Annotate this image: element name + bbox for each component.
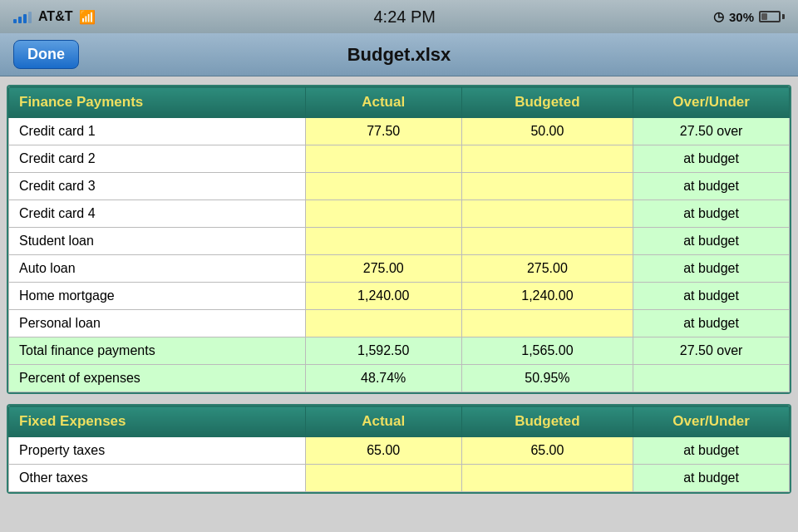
finance-row-over: at budget xyxy=(633,310,790,337)
finance-percent-row: Percent of expenses 48.74% 50.95% xyxy=(9,365,790,392)
finance-row-actual xyxy=(305,173,461,200)
finance-row-over: at budget xyxy=(633,283,790,310)
fixed-data-row: Other taxes at budget xyxy=(9,465,790,492)
fixed-header-row: Fixed Expenses Actual Budgeted Over/Unde… xyxy=(9,406,790,437)
fixed-table-wrapper: Fixed Expenses Actual Budgeted Over/Unde… xyxy=(8,406,790,492)
fixed-table-body: Property taxes 65.00 65.00 at budget Oth… xyxy=(9,437,790,492)
battery-indicator xyxy=(759,11,785,22)
fixed-row-actual: 65.00 xyxy=(305,437,461,465)
finance-row-over: 27.50 over xyxy=(633,118,790,145)
nav-title: Budget.xlsx xyxy=(347,44,451,66)
finance-row-name: Student loan xyxy=(9,228,306,255)
finance-row-budgeted: 275.00 xyxy=(461,255,633,283)
fixed-category-header: Fixed Expenses xyxy=(9,406,306,437)
finance-total-row: Total finance payments 1,592.50 1,565.00… xyxy=(9,337,790,365)
finance-row-name: Personal loan xyxy=(9,310,306,337)
fixed-row-over: at budget xyxy=(633,465,790,492)
finance-row-over: at budget xyxy=(633,145,790,173)
finance-row-actual xyxy=(305,145,461,173)
main-content: Finance Payments Actual Budgeted Over/Un… xyxy=(0,76,798,532)
fixed-row-actual xyxy=(305,465,461,492)
finance-row-name: Credit card 1 xyxy=(9,118,306,145)
finance-percent-actual: 48.74% xyxy=(305,365,461,392)
finance-row-over: at budget xyxy=(633,255,790,283)
status-bar: AT&T 📶 4:24 PM ◷ 30% xyxy=(0,0,798,33)
clock-icon: ◷ xyxy=(713,9,724,24)
time-display: 4:24 PM xyxy=(373,7,435,27)
fixed-data-row: Property taxes 65.00 65.00 at budget xyxy=(9,437,790,465)
finance-row-over: at budget xyxy=(633,228,790,255)
finance-percent-over xyxy=(633,365,790,392)
battery-body xyxy=(759,11,781,22)
fixed-row-budgeted: 65.00 xyxy=(461,437,633,465)
finance-row-budgeted: 50.00 xyxy=(461,118,633,145)
finance-row-name: Credit card 4 xyxy=(9,200,306,228)
finance-budgeted-header: Budgeted xyxy=(461,87,633,118)
fixed-row-name: Other taxes xyxy=(9,465,306,492)
finance-data-row: Personal loan at budget xyxy=(9,310,790,337)
finance-row-over: at budget xyxy=(633,200,790,228)
finance-section: Finance Payments Actual Budgeted Over/Un… xyxy=(7,85,791,394)
finance-total-actual: 1,592.50 xyxy=(305,337,461,365)
finance-total-budgeted: 1,565.00 xyxy=(461,337,633,365)
fixed-table: Fixed Expenses Actual Budgeted Over/Unde… xyxy=(8,406,790,492)
finance-data-row: Credit card 4 at budget xyxy=(9,200,790,228)
finance-table-wrapper: Finance Payments Actual Budgeted Over/Un… xyxy=(8,86,790,392)
status-left: AT&T 📶 xyxy=(13,9,96,25)
nav-bar: Done Budget.xlsx xyxy=(0,33,798,76)
fixed-section: Fixed Expenses Actual Budgeted Over/Unde… xyxy=(7,404,791,494)
fixed-row-budgeted xyxy=(461,465,633,492)
finance-row-over: at budget xyxy=(633,173,790,200)
finance-row-name: Home mortgage xyxy=(9,283,306,310)
finance-data-row: Credit card 3 at budget xyxy=(9,173,790,200)
finance-data-row: Auto loan 275.00 275.00 at budget xyxy=(9,255,790,283)
finance-row-name: Credit card 2 xyxy=(9,145,306,173)
fixed-over-header: Over/Under xyxy=(633,406,790,437)
finance-row-budgeted: 1,240.00 xyxy=(461,283,633,310)
finance-data-row: Credit card 2 at budget xyxy=(9,145,790,173)
finance-total-name: Total finance payments xyxy=(9,337,306,365)
finance-data-row: Student loan at budget xyxy=(9,228,790,255)
finance-header-row: Finance Payments Actual Budgeted Over/Un… xyxy=(9,87,790,118)
signal-bars-icon xyxy=(13,10,32,23)
finance-row-budgeted xyxy=(461,228,633,255)
finance-total-over: 27.50 over xyxy=(633,337,790,365)
finance-actual-header: Actual xyxy=(305,87,461,118)
fixed-budgeted-header: Budgeted xyxy=(461,406,633,437)
finance-data-row: Home mortgage 1,240.00 1,240.00 at budge… xyxy=(9,283,790,310)
finance-row-actual: 77.50 xyxy=(305,118,461,145)
finance-row-actual xyxy=(305,200,461,228)
wifi-icon: 📶 xyxy=(79,9,96,25)
finance-row-budgeted xyxy=(461,200,633,228)
battery-fill xyxy=(761,13,767,20)
finance-over-header: Over/Under xyxy=(633,87,790,118)
finance-table: Finance Payments Actual Budgeted Over/Un… xyxy=(8,86,790,392)
finance-row-name: Auto loan xyxy=(9,255,306,283)
finance-row-actual: 275.00 xyxy=(305,255,461,283)
carrier-label: AT&T xyxy=(38,9,72,24)
battery-tip xyxy=(782,14,785,19)
finance-table-body: Credit card 1 77.50 50.00 27.50 over Cre… xyxy=(9,118,790,337)
battery-percent: 30% xyxy=(729,10,754,24)
finance-category-header: Finance Payments xyxy=(9,87,306,118)
finance-row-actual xyxy=(305,310,461,337)
finance-row-actual xyxy=(305,228,461,255)
fixed-row-over: at budget xyxy=(633,437,790,465)
finance-row-budgeted xyxy=(461,310,633,337)
finance-row-name: Credit card 3 xyxy=(9,173,306,200)
finance-row-budgeted xyxy=(461,145,633,173)
status-right: ◷ 30% xyxy=(713,9,785,24)
fixed-row-name: Property taxes xyxy=(9,437,306,465)
finance-percent-budgeted: 50.95% xyxy=(461,365,633,392)
done-button[interactable]: Done xyxy=(13,40,79,69)
fixed-actual-header: Actual xyxy=(305,406,461,437)
finance-data-row: Credit card 1 77.50 50.00 27.50 over xyxy=(9,118,790,145)
finance-row-actual: 1,240.00 xyxy=(305,283,461,310)
finance-row-budgeted xyxy=(461,173,633,200)
finance-percent-name: Percent of expenses xyxy=(9,365,306,392)
